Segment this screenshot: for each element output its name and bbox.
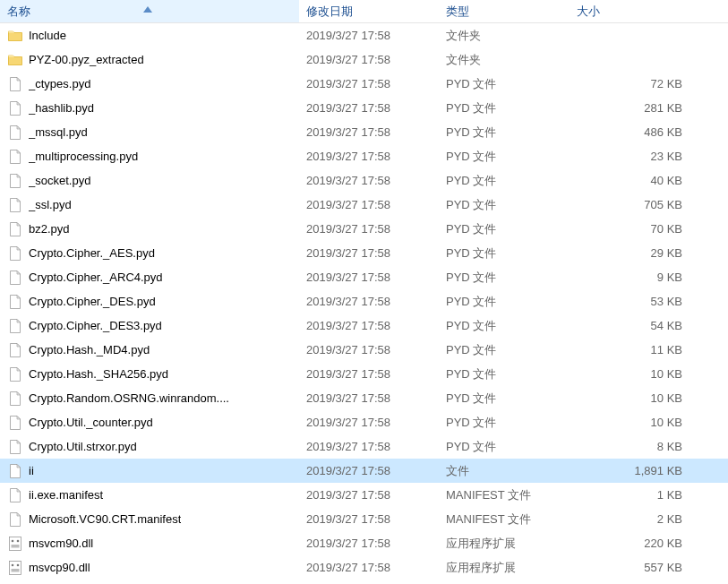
- file-size-cell: 23 KB: [570, 150, 700, 163]
- file-row[interactable]: Crypto.Util.strxor.pyd2019/3/27 17:58PYD…: [0, 434, 728, 459]
- file-date-cell: 2019/3/27 17:58: [299, 512, 439, 526]
- file-size-cell: 54 KB: [570, 319, 700, 332]
- file-row[interactable]: Crypto.Hash._SHA256.pyd2019/3/27 17:58PY…: [0, 362, 728, 386]
- file-row[interactable]: Crypto.Util._counter.pyd2019/3/27 17:58P…: [0, 410, 728, 434]
- file-date-cell: 2019/3/27 17:58: [299, 561, 439, 574]
- file-date-cell: 2019/3/27 17:58: [299, 440, 439, 453]
- file-size-cell: 8 KB: [570, 440, 700, 453]
- svg-rect-3: [12, 545, 20, 548]
- file-type-cell: 应用程序扩展: [439, 536, 570, 552]
- file-name-label: Crypto.Hash._SHA256.pyd: [29, 367, 168, 381]
- file-icon: [7, 391, 23, 407]
- file-row[interactable]: _mssql.pyd2019/3/27 17:58PYD 文件486 KB: [0, 120, 728, 144]
- file-icon: [7, 100, 23, 116]
- svg-point-5: [12, 563, 14, 566]
- file-name-cell: PYZ-00.pyz_extracted: [0, 52, 299, 68]
- file-row[interactable]: Crypto.Cipher._DES.pyd2019/3/27 17:58PYD…: [0, 289, 728, 313]
- file-type-cell: 文件夹: [439, 28, 570, 44]
- file-icon: [7, 173, 23, 189]
- file-name-label: Crypto.Cipher._DES.pyd: [29, 295, 156, 308]
- file-date-cell: 2019/3/27 17:58: [299, 174, 439, 187]
- file-date-cell: 2019/3/27 17:58: [299, 198, 439, 211]
- file-date-cell: 2019/3/27 17:58: [299, 319, 439, 332]
- file-size-cell: 29 KB: [570, 246, 700, 260]
- file-name-cell: Crypto.Hash._MD4.pyd: [0, 342, 299, 358]
- file-name-label: Crypto.Cipher._DES3.pyd: [29, 319, 162, 332]
- file-icon: [7, 415, 23, 431]
- file-type-cell: PYD 文件: [439, 270, 570, 286]
- file-icon: [7, 149, 23, 165]
- file-size-cell: 9 KB: [570, 271, 700, 284]
- file-icon: [7, 221, 23, 237]
- file-type-cell: PYD 文件: [439, 221, 570, 237]
- column-header-name[interactable]: 名称: [0, 0, 299, 22]
- file-row[interactable]: Crypto.Random.OSRNG.winrandom....2019/3/…: [0, 386, 728, 410]
- file-type-cell: PYD 文件: [439, 391, 570, 407]
- file-date-cell: 2019/3/27 17:58: [299, 343, 439, 356]
- column-header-size-label: 大小: [577, 4, 600, 20]
- file-date-cell: 2019/3/27 17:58: [299, 125, 439, 139]
- file-size-cell: 10 KB: [570, 391, 700, 405]
- file-row[interactable]: ii2019/3/27 17:58文件1,891 KB: [0, 459, 728, 483]
- file-row[interactable]: Microsoft.VC90.CRT.manifest2019/3/27 17:…: [0, 507, 728, 531]
- file-row[interactable]: Crypto.Cipher._AES.pyd2019/3/27 17:58PYD…: [0, 241, 728, 265]
- file-size-cell: 10 KB: [570, 416, 700, 429]
- file-name-label: bz2.pyd: [29, 222, 70, 236]
- file-row[interactable]: msvcm90.dll2019/3/27 17:58应用程序扩展220 KB: [0, 531, 728, 555]
- file-name-label: _ssl.pyd: [29, 198, 72, 211]
- file-icon: [7, 342, 23, 358]
- file-row[interactable]: ii.exe.manifest2019/3/27 17:58MANIFEST 文…: [0, 483, 728, 507]
- column-header-row: 名称 修改日期 类型 大小: [0, 0, 728, 23]
- column-header-type[interactable]: 类型: [439, 0, 570, 22]
- file-date-cell: 2019/3/27 17:58: [299, 246, 439, 260]
- file-date-cell: 2019/3/27 17:58: [299, 488, 439, 502]
- file-row[interactable]: _ctypes.pyd2019/3/27 17:58PYD 文件72 KB: [0, 72, 728, 96]
- column-header-date-label: 修改日期: [306, 4, 353, 20]
- file-icon: [7, 294, 23, 310]
- file-date-cell: 2019/3/27 17:58: [299, 222, 439, 236]
- file-row[interactable]: Crypto.Hash._MD4.pyd2019/3/27 17:58PYD 文…: [0, 338, 728, 362]
- file-size-cell: 10 KB: [570, 367, 700, 381]
- column-header-size[interactable]: 大小: [570, 0, 700, 22]
- file-name-cell: Crypto.Cipher._DES3.pyd: [0, 318, 299, 334]
- dll-icon: [7, 536, 23, 552]
- file-name-cell: ii.exe.manifest: [0, 487, 299, 503]
- file-name-cell: bz2.pyd: [0, 221, 299, 237]
- file-type-cell: PYD 文件: [439, 318, 570, 334]
- file-row[interactable]: Crypto.Cipher._DES3.pyd2019/3/27 17:58PY…: [0, 313, 728, 338]
- column-header-name-label: 名称: [7, 4, 30, 20]
- file-size-cell: 1 KB: [570, 488, 700, 502]
- file-type-cell: PYD 文件: [439, 366, 570, 382]
- file-icon: [7, 197, 23, 213]
- file-size-cell: 2 KB: [570, 512, 700, 526]
- file-size-cell: 1,891 KB: [570, 464, 700, 477]
- file-size-cell: 557 KB: [570, 561, 700, 574]
- file-size-cell: 486 KB: [570, 125, 700, 139]
- dll-icon: [7, 560, 23, 576]
- file-row[interactable]: _multiprocessing.pyd2019/3/27 17:58PYD 文…: [0, 144, 728, 168]
- file-date-cell: 2019/3/27 17:58: [299, 537, 439, 550]
- file-type-cell: PYD 文件: [439, 294, 570, 310]
- file-row[interactable]: _hashlib.pyd2019/3/27 17:58PYD 文件281 KB: [0, 96, 728, 120]
- file-row[interactable]: bz2.pyd2019/3/27 17:58PYD 文件70 KB: [0, 217, 728, 241]
- file-date-cell: 2019/3/27 17:58: [299, 150, 439, 163]
- file-name-label: _mssql.pyd: [29, 125, 88, 139]
- column-header-type-label: 类型: [446, 4, 469, 20]
- file-date-cell: 2019/3/27 17:58: [299, 53, 439, 66]
- file-type-cell: PYD 文件: [439, 125, 570, 141]
- column-header-date[interactable]: 修改日期: [299, 0, 439, 22]
- file-row[interactable]: PYZ-00.pyz_extracted2019/3/27 17:58文件夹: [0, 47, 728, 72]
- file-name-label: Crypto.Hash._MD4.pyd: [29, 343, 150, 356]
- file-icon: [7, 125, 23, 141]
- file-size-cell: 220 KB: [570, 537, 700, 550]
- file-date-cell: 2019/3/27 17:58: [299, 271, 439, 284]
- file-type-cell: PYD 文件: [439, 173, 570, 189]
- file-name-label: _ctypes.pyd: [29, 77, 90, 90]
- svg-point-2: [17, 539, 20, 542]
- file-date-cell: 2019/3/27 17:58: [299, 464, 439, 477]
- file-row[interactable]: Crypto.Cipher._ARC4.pyd2019/3/27 17:58PY…: [0, 265, 728, 289]
- file-row[interactable]: Include2019/3/27 17:58文件夹: [0, 23, 728, 47]
- file-row[interactable]: msvcp90.dll2019/3/27 17:58应用程序扩展557 KB: [0, 555, 728, 580]
- file-row[interactable]: _socket.pyd2019/3/27 17:58PYD 文件40 KB: [0, 168, 728, 193]
- file-row[interactable]: _ssl.pyd2019/3/27 17:58PYD 文件705 KB: [0, 193, 728, 217]
